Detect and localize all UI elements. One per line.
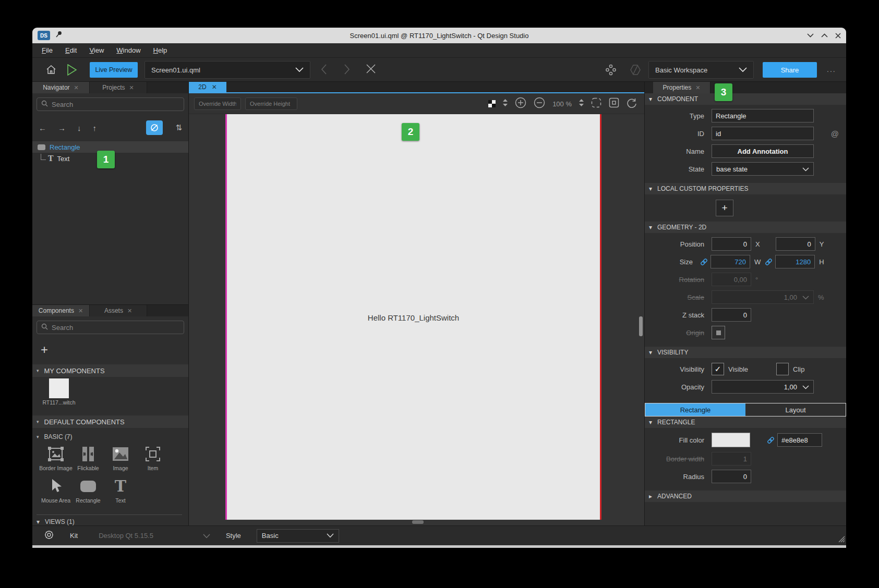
visibility-section-header[interactable]: ▾ VISIBILITY <box>645 347 846 358</box>
basic-components-header[interactable]: ▾ BASIC (7) <box>32 431 188 443</box>
style-dropdown[interactable]: Basic <box>257 529 339 543</box>
menu-view[interactable]: View <box>83 43 110 57</box>
window-close-icon[interactable] <box>835 33 841 39</box>
zoom-stepper-icon[interactable] <box>579 99 584 108</box>
tab-projects[interactable]: Projects✕ <box>90 82 147 93</box>
reverse-order-icon[interactable]: ⇅ <box>175 123 182 132</box>
tab-properties[interactable]: Properties✕ <box>653 82 711 93</box>
close-document-icon[interactable] <box>366 64 376 76</box>
component-text[interactable]: T Text <box>104 477 137 509</box>
kit-value[interactable]: Desktop Qt 5.15.5 <box>99 532 153 540</box>
close-icon[interactable]: ✕ <box>78 308 83 314</box>
advanced-section-header[interactable]: ▸ ADVANCED <box>645 491 846 502</box>
size-width-field[interactable] <box>711 255 750 268</box>
horizontal-scrollbar[interactable] <box>412 520 424 524</box>
canvas-viewport[interactable]: Hello RT1170_LightSwitch 2 <box>189 114 644 525</box>
background-stepper-icon[interactable] <box>503 99 508 108</box>
zoom-out-icon[interactable] <box>534 97 545 111</box>
close-icon[interactable]: ✕ <box>127 308 132 314</box>
override-width-input[interactable] <box>194 97 241 110</box>
link-icon[interactable] <box>700 258 708 266</box>
back-icon[interactable] <box>321 64 327 77</box>
fit-selection-icon[interactable] <box>591 97 601 110</box>
fill-color-swatch[interactable] <box>712 433 750 447</box>
add-annotation-button[interactable]: Add Annotation <box>712 144 814 158</box>
add-property-button[interactable]: + <box>716 200 733 216</box>
pin-icon[interactable] <box>55 31 63 40</box>
radius-field[interactable] <box>712 470 751 483</box>
fit-screen-icon[interactable] <box>609 97 619 110</box>
home-icon[interactable] <box>45 64 57 78</box>
link-icon[interactable] <box>765 258 773 266</box>
navigator-search[interactable] <box>37 97 184 111</box>
zoom-in-icon[interactable] <box>515 97 526 111</box>
window-shade-icon[interactable] <box>807 33 814 38</box>
window-maximize-icon[interactable] <box>821 33 828 38</box>
close-icon[interactable]: ✕ <box>695 84 700 91</box>
component-mouse-area[interactable]: Mouse Area <box>40 477 72 509</box>
border-width-field[interactable] <box>712 452 751 466</box>
menu-help[interactable]: Help <box>147 43 174 57</box>
live-preview-button[interactable]: Live Preview <box>90 62 138 78</box>
subtab-layout[interactable]: Layout <box>745 403 846 416</box>
components-search[interactable] <box>37 321 184 334</box>
rectangle-section-header[interactable]: ▾ RECTANGLE <box>645 416 846 428</box>
geometry-section-header[interactable]: ▾ GEOMETRY - 2D <box>645 222 846 233</box>
search-input[interactable] <box>52 324 179 332</box>
more-options-icon[interactable]: ... <box>827 65 836 74</box>
size-height-field[interactable] <box>775 255 815 268</box>
subtab-rectangle[interactable]: Rectangle <box>645 403 745 416</box>
type-field[interactable] <box>712 109 814 123</box>
workspace-dropdown[interactable]: Basic Workspace <box>648 61 754 79</box>
position-y-field[interactable] <box>776 237 815 251</box>
search-input[interactable] <box>52 101 179 108</box>
menu-window[interactable]: Window <box>110 43 147 57</box>
visible-checkbox[interactable]: ✓ <box>712 363 724 375</box>
component-flickable[interactable]: Flickable <box>72 445 104 477</box>
clip-checkbox[interactable] <box>776 363 789 375</box>
state-dropdown[interactable]: base state <box>712 162 814 176</box>
rotation-field[interactable] <box>712 273 751 286</box>
background-color-icon[interactable] <box>488 100 496 107</box>
tab-components[interactable]: Components✕ <box>32 305 90 316</box>
annotations-icon[interactable] <box>629 64 642 78</box>
my-components-header[interactable]: ▾ MY COMPONENTS <box>32 364 188 377</box>
move-right-icon[interactable]: → <box>58 124 66 132</box>
forward-icon[interactable] <box>344 64 350 77</box>
component-rectangle[interactable]: Rectangle <box>72 477 104 509</box>
menu-edit[interactable]: Edit <box>59 43 83 57</box>
override-height-input[interactable] <box>245 97 297 110</box>
views-header[interactable]: ▾ VIEWS (1) <box>37 514 182 525</box>
close-icon[interactable]: ✕ <box>212 83 217 91</box>
resize-grip[interactable] <box>837 534 845 545</box>
workspaces-icon[interactable] <box>605 64 617 78</box>
filter-invisible-icon[interactable] <box>146 120 163 135</box>
local-custom-properties-header[interactable]: ▾ LOCAL CUSTOM PROPERTIES <box>645 183 846 194</box>
move-down-icon[interactable]: ↓ <box>77 124 81 132</box>
opacity-dropdown[interactable]: 1,00 <box>712 380 814 394</box>
zstack-field[interactable] <box>712 308 751 322</box>
close-icon[interactable]: ✕ <box>129 84 134 91</box>
chevron-down-icon[interactable] <box>203 531 210 541</box>
tab-navigator[interactable]: Navigator✕ <box>32 82 90 93</box>
link-icon[interactable] <box>767 436 775 444</box>
component-section-header[interactable]: ▾ COMPONENT <box>645 93 846 105</box>
move-left-icon[interactable]: ← <box>39 124 46 132</box>
component-border-image[interactable]: Border Image <box>40 445 72 477</box>
component-rt1170-switch[interactable]: RT117...witch <box>40 379 78 411</box>
add-module-button[interactable]: + <box>41 342 188 360</box>
component-item[interactable]: Item <box>137 445 169 477</box>
scale-dropdown[interactable]: 1,00 <box>712 290 814 304</box>
open-document-dropdown[interactable]: Screen01.ui.qml <box>145 61 310 79</box>
run-icon[interactable] <box>67 64 77 78</box>
reset-view-icon[interactable] <box>627 97 637 110</box>
vertical-scrollbar[interactable] <box>639 316 643 336</box>
position-x-field[interactable] <box>712 237 751 251</box>
hello-text[interactable]: Hello RT1170_LightSwitch <box>227 313 600 322</box>
tab-assets[interactable]: Assets✕ <box>90 305 147 316</box>
fill-color-hex-field[interactable] <box>777 433 822 447</box>
share-button[interactable]: Share <box>763 62 817 78</box>
origin-button[interactable] <box>712 326 725 339</box>
tab-2d[interactable]: 2D ✕ <box>189 82 226 92</box>
close-icon[interactable]: ✕ <box>74 84 79 91</box>
